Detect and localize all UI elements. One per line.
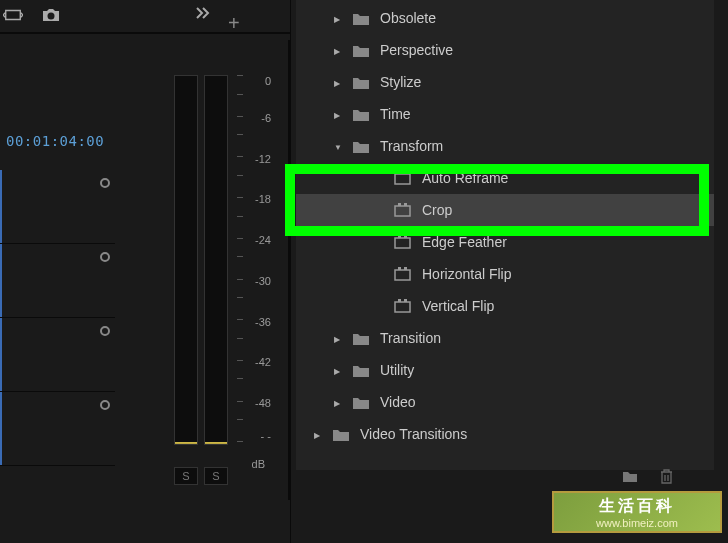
svg-rect-8 (398, 235, 401, 238)
meter-bar-right (204, 75, 228, 445)
effect-item-edge-feather[interactable]: Edge Feather (296, 226, 714, 258)
effect-item-vertical-flip[interactable]: Vertical Flip (296, 290, 714, 322)
track-toggle-icon[interactable] (100, 252, 110, 262)
add-icon[interactable]: + (228, 12, 240, 35)
effect-item-obsolete[interactable]: Obsolete (296, 2, 714, 34)
preset-icon (394, 203, 412, 217)
svg-rect-11 (398, 267, 401, 270)
meter-ticks (237, 75, 245, 445)
chevron-right-icon[interactable] (334, 397, 346, 408)
effect-label: Perspective (380, 42, 453, 58)
scale-label: 0 (265, 75, 271, 87)
chevron-right-icon[interactable] (334, 13, 346, 24)
timecode[interactable]: 00:01:04:00 (6, 133, 104, 149)
watermark-url: www.bimeiz.com (596, 517, 678, 529)
track-row[interactable] (0, 244, 115, 318)
effect-item-perspective[interactable]: Perspective (296, 34, 714, 66)
scale-label: -12 (255, 153, 271, 165)
scale-label: -24 (255, 234, 271, 246)
folder-icon (352, 11, 370, 25)
effect-label: Transform (380, 138, 443, 154)
folder-icon (352, 331, 370, 345)
scale-label: -42 (255, 356, 271, 368)
track-toggle-icon[interactable] (100, 326, 110, 336)
effect-item-video[interactable]: Video (296, 386, 714, 418)
new-bin-icon[interactable] (622, 469, 638, 485)
scale-label: -36 (255, 316, 271, 328)
svg-rect-3 (404, 171, 407, 174)
chevron-right-icon[interactable] (314, 429, 326, 440)
svg-rect-7 (395, 238, 410, 248)
meter-scale: 0 -6 -12 -18 -24 -30 -36 -42 -48 - - (247, 75, 277, 445)
watermark: 生活百科 www.bimeiz.com (552, 491, 722, 533)
svg-rect-12 (404, 267, 407, 270)
effect-label: Obsolete (380, 10, 436, 26)
effect-item-video-transitions[interactable]: Video Transitions (296, 418, 714, 450)
folder-icon (352, 395, 370, 409)
expand-icon[interactable] (195, 6, 211, 23)
effect-item-transition[interactable]: Transition (296, 322, 714, 354)
scale-label: -30 (255, 275, 271, 287)
effect-label: Auto Reframe (422, 170, 508, 186)
track-row[interactable] (0, 170, 115, 244)
effect-item-auto-reframe[interactable]: Auto Reframe (296, 162, 714, 194)
effect-label: Edge Feather (422, 234, 507, 250)
chevron-right-icon[interactable] (334, 365, 346, 376)
preset-icon (394, 171, 412, 185)
svg-rect-10 (395, 270, 410, 280)
meter-bar-left (174, 75, 198, 445)
folder-icon (352, 363, 370, 377)
tracks (0, 170, 115, 466)
effect-item-crop[interactable]: Crop (296, 194, 714, 226)
track-row[interactable] (0, 392, 115, 466)
chevron-right-icon[interactable] (334, 45, 346, 56)
top-toolbar (3, 5, 61, 25)
folder-icon (352, 139, 370, 153)
effect-item-stylize[interactable]: Stylize (296, 66, 714, 98)
svg-rect-14 (398, 299, 401, 302)
scale-label: -6 (261, 112, 271, 124)
solo-button-right[interactable]: S (204, 467, 228, 485)
chevron-right-icon[interactable] (334, 333, 346, 344)
svg-rect-4 (395, 206, 410, 216)
folder-icon (352, 43, 370, 57)
effect-item-horizontal-flip[interactable]: Horizontal Flip (296, 258, 714, 290)
svg-rect-15 (404, 299, 407, 302)
left-panel: + 00:01:04:00 (0, 0, 290, 543)
chevron-right-icon[interactable] (334, 77, 346, 88)
folder-icon (352, 107, 370, 121)
divider (0, 32, 290, 34)
scale-label: -48 (255, 397, 271, 409)
audio-meter: 0 -6 -12 -18 -24 -30 -36 -42 -48 - - dB … (152, 55, 277, 485)
effect-item-time[interactable]: Time (296, 98, 714, 130)
effect-label: Stylize (380, 74, 421, 90)
track-toggle-icon[interactable] (100, 400, 110, 410)
chevron-down-icon[interactable] (334, 141, 346, 152)
effect-label: Video Transitions (360, 426, 467, 442)
preset-icon (394, 267, 412, 281)
camera-icon[interactable] (41, 5, 61, 25)
preset-icon (394, 299, 412, 313)
db-unit-label: dB (252, 458, 265, 470)
solo-button-left[interactable]: S (174, 467, 198, 485)
effect-label: Transition (380, 330, 441, 346)
effect-label: Vertical Flip (422, 298, 494, 314)
effect-label: Crop (422, 202, 452, 218)
svg-point-0 (48, 13, 55, 20)
svg-rect-9 (404, 235, 407, 238)
export-frame-icon[interactable] (3, 5, 23, 25)
effect-item-utility[interactable]: Utility (296, 354, 714, 386)
folder-icon (352, 75, 370, 89)
track-row[interactable] (0, 318, 115, 392)
svg-rect-2 (398, 171, 401, 174)
svg-rect-5 (398, 203, 401, 206)
effect-label: Video (380, 394, 416, 410)
track-toggle-icon[interactable] (100, 178, 110, 188)
chevron-right-icon[interactable] (334, 109, 346, 120)
svg-rect-6 (404, 203, 407, 206)
scale-label: -18 (255, 193, 271, 205)
effects-panel: ObsoletePerspectiveStylizeTimeTransformA… (290, 0, 728, 543)
effect-item-transform[interactable]: Transform (296, 130, 714, 162)
trash-icon[interactable] (660, 469, 676, 485)
folder-icon (332, 427, 350, 441)
